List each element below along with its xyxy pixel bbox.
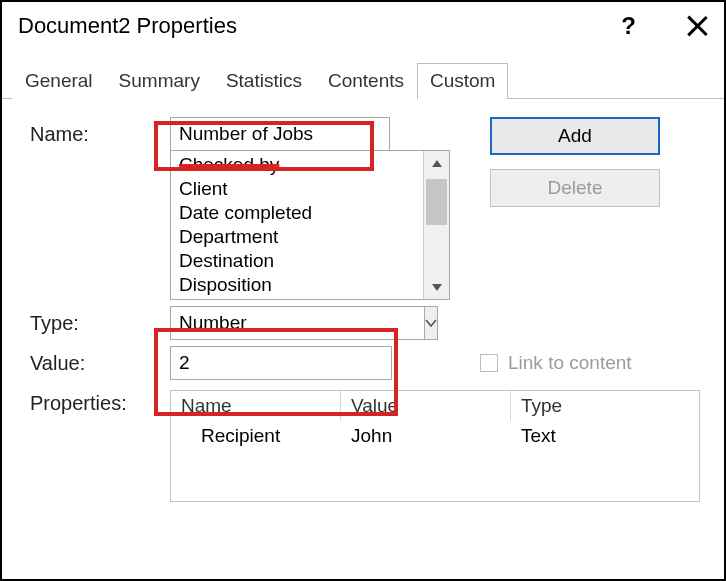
- window-title: Document2 Properties: [18, 13, 621, 39]
- scrollbar[interactable]: [423, 151, 449, 299]
- delete-button: Delete: [490, 169, 660, 207]
- link-to-content-label: Link to content: [508, 352, 632, 374]
- cell-type: Text: [511, 421, 699, 451]
- value-label: Value:: [30, 346, 170, 375]
- properties-table[interactable]: Name Value Type Recipient John Text: [170, 390, 700, 502]
- add-button[interactable]: Add: [490, 117, 660, 155]
- list-item[interactable]: Destination: [179, 249, 419, 273]
- cell-name: Recipient: [171, 421, 341, 451]
- tab-custom[interactable]: Custom: [417, 63, 508, 99]
- tab-general[interactable]: General: [12, 63, 106, 99]
- type-label: Type:: [30, 306, 170, 335]
- table-row[interactable]: Recipient John Text: [171, 421, 699, 451]
- col-header-type[interactable]: Type: [511, 391, 699, 421]
- checkbox-icon: [480, 354, 498, 372]
- chevron-down-icon[interactable]: [424, 306, 438, 340]
- close-icon[interactable]: [686, 15, 708, 37]
- list-item[interactable]: Client: [179, 177, 419, 201]
- type-select[interactable]: [170, 306, 424, 340]
- scroll-up-icon[interactable]: [424, 151, 449, 175]
- scroll-down-icon[interactable]: [424, 275, 449, 299]
- list-item[interactable]: Disposition: [179, 273, 419, 297]
- list-item[interactable]: Department: [179, 225, 419, 249]
- table-header: Name Value Type: [171, 391, 699, 421]
- tab-contents[interactable]: Contents: [315, 63, 417, 99]
- scroll-track[interactable]: [424, 175, 449, 275]
- list-item[interactable]: Checked by: [179, 153, 419, 177]
- help-button[interactable]: ?: [621, 12, 636, 40]
- col-header-name[interactable]: Name: [171, 391, 341, 421]
- properties-label: Properties:: [30, 386, 170, 415]
- tab-panel-custom: Name: Checked by Client Date completed D…: [2, 99, 724, 502]
- properties-dialog: Document2 Properties ? General Summary S…: [0, 0, 726, 581]
- tab-statistics[interactable]: Statistics: [213, 63, 315, 99]
- value-input[interactable]: [170, 346, 392, 380]
- tab-strip: General Summary Statistics Contents Cust…: [2, 62, 724, 99]
- col-header-value[interactable]: Value: [341, 391, 511, 421]
- scroll-thumb[interactable]: [426, 179, 447, 225]
- tab-summary[interactable]: Summary: [106, 63, 213, 99]
- name-input[interactable]: [170, 117, 390, 151]
- list-item[interactable]: Date completed: [179, 201, 419, 225]
- name-label: Name:: [30, 117, 170, 146]
- link-to-content-checkbox: Link to content: [480, 346, 632, 374]
- name-suggestion-list[interactable]: Checked by Client Date completed Departm…: [170, 150, 450, 300]
- cell-value: John: [341, 421, 511, 451]
- titlebar: Document2 Properties ?: [2, 2, 724, 48]
